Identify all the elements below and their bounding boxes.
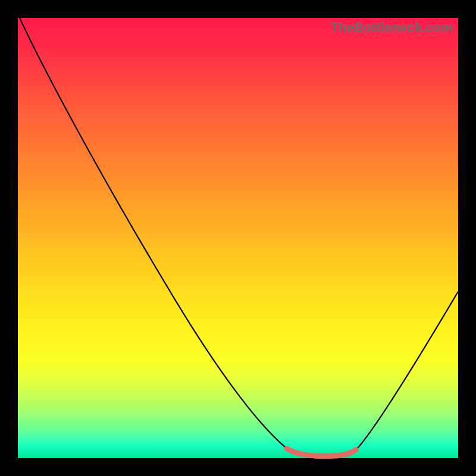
chart-frame: TheBottleneck.com: [0, 0, 476, 476]
curve-left-branch: [20, 18, 286, 447]
curve-svg: [18, 18, 458, 458]
highlight-minimum-segment: [287, 449, 356, 456]
curve-right-branch: [358, 292, 458, 447]
plot-area: TheBottleneck.com: [18, 18, 458, 458]
